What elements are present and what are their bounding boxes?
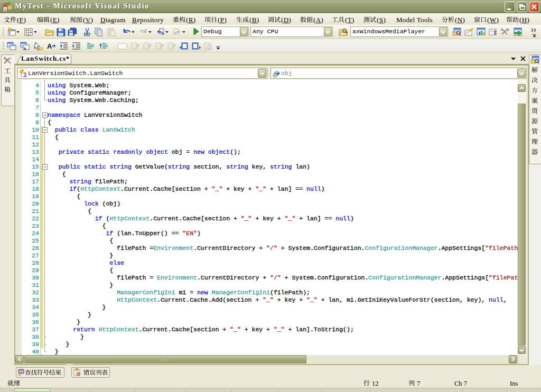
svg-text:9: 9: [4, 7, 7, 12]
svg-text:A: A: [47, 42, 52, 50]
